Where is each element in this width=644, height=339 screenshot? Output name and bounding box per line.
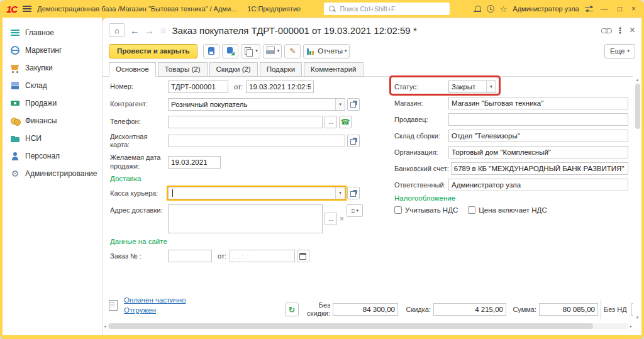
discount-card-input[interactable]: [168, 135, 345, 147]
scroll-left-icon[interactable]: ◂: [104, 324, 106, 329]
horizontal-scrollbar[interactable]: ◂ ▸: [103, 322, 633, 330]
sidebar-item-label: Маркетинг: [25, 46, 62, 55]
seller-input[interactable]: [448, 113, 628, 126]
sidebar-item-glavnoe[interactable]: Главное: [3, 24, 102, 42]
number-input[interactable]: [168, 81, 228, 93]
save-button[interactable]: [203, 44, 219, 58]
edit-button[interactable]: ✎: [284, 44, 301, 58]
courier-cash-combobox[interactable]: ▾: [168, 187, 345, 199]
sidebar-item-administrirovanie[interactable]: ⚙ Администрирование: [3, 165, 102, 182]
site-order-number-input[interactable]: [168, 250, 212, 262]
organization-input[interactable]: [448, 146, 628, 158]
reports-button[interactable]: Отчеты ▾: [303, 44, 349, 58]
bank-account-input[interactable]: [451, 162, 628, 175]
scroll-down-icon[interactable]: ▾: [636, 315, 639, 320]
responsible-input[interactable]: [448, 179, 628, 191]
shipment-status-link[interactable]: Отгружен: [124, 306, 186, 314]
counterparty-input[interactable]: [169, 99, 335, 110]
vertical-scrollbar[interactable]: ▴ ▾: [633, 77, 641, 320]
payment-status-link[interactable]: Оплачен частично: [124, 296, 186, 304]
close-button[interactable]: ×: [630, 4, 638, 13]
address-select-button[interactable]: ...: [325, 213, 337, 225]
dropdown-button[interactable]: ▾: [486, 81, 496, 92]
scroll-up-icon[interactable]: ▴: [636, 77, 639, 82]
address-textarea[interactable]: [168, 204, 323, 233]
tab-kommentariy[interactable]: Комментарий: [304, 62, 363, 77]
post-button[interactable]: [222, 44, 238, 58]
desired-date-input[interactable]: [168, 156, 221, 169]
from-label: от:: [234, 83, 243, 91]
document-footer: Оплачен частично Отгружен ↻ Без скидки: …: [103, 295, 633, 320]
refresh-totals-button[interactable]: ↻: [285, 303, 299, 316]
address-clear-button[interactable]: ×: [339, 214, 345, 223]
favorite-star-icon[interactable]: ☆: [159, 25, 167, 35]
notifications-icon[interactable]: [474, 5, 481, 13]
store-input[interactable]: [448, 97, 628, 109]
call-button[interactable]: ☎: [339, 116, 352, 128]
open-courier-cash-button[interactable]: [347, 187, 360, 199]
get-link-icon[interactable]: [601, 25, 611, 35]
save-icon: [206, 46, 216, 56]
document-date-input[interactable]: [246, 81, 314, 93]
document-window: ⌂ ← → ☆ Заказ покупателя ТДРТ-000001 от …: [102, 18, 641, 335]
sidebar-item-label: Склад: [25, 81, 47, 90]
document-toolbar: Провести и закрыть ▾ ▾ ✎ Отчеты ▾ Еще ▾: [103, 42, 641, 60]
main-menu-icon[interactable]: [23, 6, 31, 12]
gear-icon: ⚙: [10, 169, 20, 179]
forward-button[interactable]: →: [145, 25, 154, 36]
site-order-date-input[interactable]: . . : :: [230, 250, 295, 262]
calendar-button[interactable]: [297, 250, 309, 262]
scroll-thumb[interactable]: [109, 323, 594, 329]
more-button[interactable]: Еще ▾: [604, 44, 635, 58]
order-no-label: Заказ № :: [110, 252, 168, 260]
phone-row: Телефон: ... ☎: [110, 115, 389, 128]
search-placeholder: Поиск Ctrl+Shift+F: [340, 5, 395, 13]
dropdown-arrow-icon: ▾: [345, 48, 347, 53]
discount-card-row: Дисконтная карта:: [110, 133, 389, 149]
scroll-right-icon[interactable]: ▸: [630, 324, 632, 329]
sidebar-item-sklad[interactable]: Склад: [3, 77, 102, 94]
phone-select-button[interactable]: ...: [325, 116, 337, 128]
home-button[interactable]: ⌂: [109, 23, 125, 37]
tab-skidki[interactable]: Скидки (2): [209, 62, 258, 77]
open-icon: [350, 190, 357, 197]
phone-input[interactable]: [168, 116, 323, 128]
open-counterparty-button[interactable]: [347, 98, 360, 111]
search-icon: [328, 5, 336, 13]
close-document-icon[interactable]: ×: [630, 25, 635, 36]
sidebar-item-prodazhi[interactable]: Продажи: [3, 94, 102, 112]
status-combobox[interactable]: Закрыт ▾: [448, 81, 496, 93]
scroll-thumb[interactable]: [635, 84, 640, 129]
status-links: Оплачен частично Отгружен: [124, 296, 186, 314]
back-button[interactable]: ←: [130, 25, 140, 36]
sidebar-item-marketing[interactable]: Маркетинг: [3, 42, 102, 59]
history-icon[interactable]: [487, 5, 494, 13]
vat-checkbox[interactable]: [394, 206, 402, 214]
sidebar-item-finansy[interactable]: Финансы: [3, 112, 102, 130]
user-name[interactable]: Администратор узла: [513, 5, 579, 13]
settings-sliders-icon[interactable]: [585, 6, 593, 13]
minimize-button[interactable]: —: [599, 4, 610, 13]
tab-podarki[interactable]: Подарки: [260, 62, 302, 77]
scroll-track[interactable]: [108, 323, 629, 329]
counterparty-combobox[interactable]: ▾: [168, 98, 345, 111]
post-and-close-button[interactable]: Провести и закрыть: [109, 44, 197, 58]
sidebar-item-nsi[interactable]: НСИ: [3, 130, 102, 147]
price-includes-vat-checkbox[interactable]: [468, 206, 475, 214]
dropdown-button[interactable]: ▾: [335, 99, 345, 110]
maximize-button[interactable]: □: [616, 4, 624, 13]
dropdown-button[interactable]: ▾: [335, 187, 345, 199]
search-box[interactable]: Поиск Ctrl+Shift+F: [324, 3, 450, 15]
print-button[interactable]: ▾: [263, 44, 282, 58]
favorites-icon[interactable]: ☆: [500, 4, 508, 14]
open-discount-card-button[interactable]: [347, 135, 360, 147]
tab-tovary[interactable]: Товары (2): [158, 62, 208, 77]
address-menu-button[interactable]: ≡ ▾: [347, 204, 363, 217]
sidebar-item-zakupki[interactable]: Закупки: [3, 59, 102, 77]
courier-cash-input[interactable]: [169, 187, 335, 199]
create-based-on-button[interactable]: ▾: [241, 44, 260, 58]
more-menu-icon[interactable]: ⋮: [616, 26, 625, 35]
assembly-warehouse-input[interactable]: [448, 130, 628, 142]
tab-osnovnoe[interactable]: Основное: [109, 62, 156, 77]
sidebar-item-personal[interactable]: Персонал: [3, 147, 102, 165]
